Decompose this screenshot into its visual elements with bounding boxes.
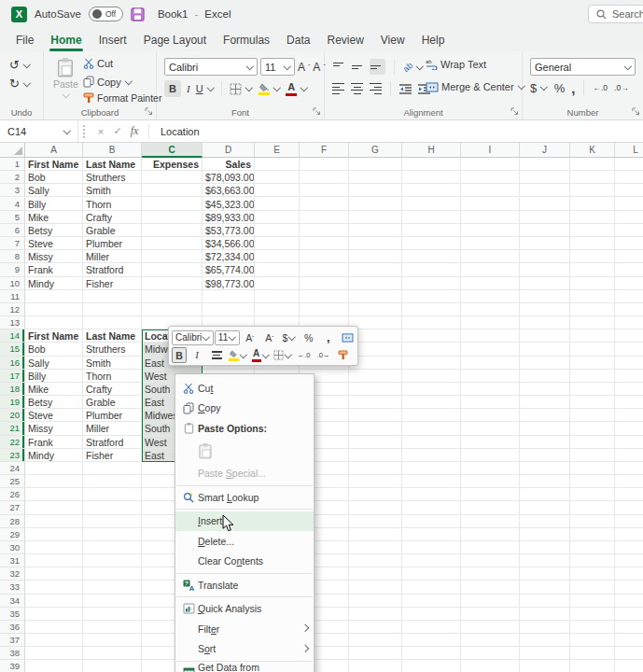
column-header-L[interactable]: L [615,143,643,158]
cell-A31[interactable] [25,554,83,567]
select-all-corner[interactable] [0,143,25,158]
row-header-10[interactable]: 10 [0,277,25,290]
cell-B22[interactable]: Stratford [83,436,142,449]
cell-I27[interactable] [461,501,520,514]
cell-J24[interactable] [520,462,570,475]
cell-A25[interactable] [25,475,83,488]
row-header-33[interactable]: 33 [0,581,25,594]
cell-F12[interactable] [300,303,349,316]
cell-A32[interactable] [25,567,83,581]
cell-L21[interactable] [615,422,643,435]
cell-H15[interactable] [402,343,461,356]
cut-button[interactable]: Cut [83,58,113,69]
menu-item-smart-lookup[interactable]: Smart Lookup [175,487,314,508]
cell-K39[interactable] [570,660,615,672]
cell-G29[interactable] [349,528,402,541]
row-header-5[interactable]: 5 [0,211,25,224]
cell-K20[interactable] [570,409,615,422]
cell-L16[interactable] [615,357,643,370]
cell-L27[interactable] [615,501,643,514]
cell-C4[interactable] [142,198,203,211]
cell-B39[interactable] [83,660,142,672]
cell-L28[interactable] [615,515,643,528]
fill-color-button[interactable] [259,83,281,95]
cell-J15[interactable] [520,343,570,356]
cell-C10[interactable] [142,277,203,290]
cell-A18[interactable]: Mike [25,383,83,396]
cell-L2[interactable] [615,171,643,184]
row-header-35[interactable]: 35 [0,608,25,621]
font-name-combo[interactable]: Calibri [164,58,258,76]
cell-B23[interactable]: Fisher [83,449,142,462]
cell-B19[interactable]: Grable [83,396,142,409]
cell-C5[interactable] [142,211,203,224]
cell-J4[interactable] [520,198,570,211]
row-header-13[interactable]: 13 [0,316,25,329]
cell-H22[interactable] [402,436,461,449]
row-header-36[interactable]: 36 [0,621,25,634]
cell-B7[interactable]: Plumber [83,237,142,250]
accounting-format-button[interactable]: $ [530,82,548,94]
cell-D12[interactable] [203,303,255,316]
row-header-14[interactable]: 14 [0,329,25,343]
cell-I39[interactable] [461,660,520,672]
cell-J7[interactable] [520,237,570,250]
row-header-16[interactable]: 16 [0,357,25,370]
cell-K12[interactable] [570,303,615,316]
row-header-39[interactable]: 39 [0,660,25,672]
cell-G1[interactable] [349,158,402,171]
row-header-22[interactable]: 22 [0,436,25,449]
redo-button[interactable]: ↻ [9,77,30,90]
cell-I36[interactable] [461,621,520,634]
cell-J14[interactable] [520,329,570,343]
cell-I12[interactable] [461,303,520,316]
cell-L17[interactable] [615,370,643,383]
cell-G30[interactable] [349,541,402,554]
cell-K34[interactable] [570,595,615,608]
cell-K38[interactable] [570,647,615,660]
cell-J22[interactable] [520,436,570,449]
cell-I25[interactable] [461,475,520,488]
cell-J8[interactable] [520,250,570,263]
cell-I33[interactable] [461,581,520,594]
cell-B26[interactable] [83,488,142,501]
cell-B31[interactable] [83,554,142,567]
font-color-button[interactable]: A [286,82,308,96]
row-header-31[interactable]: 31 [0,554,25,567]
cell-B25[interactable] [83,475,142,488]
cell-J10[interactable] [520,277,570,290]
cell-K18[interactable] [570,383,615,396]
cell-J5[interactable] [520,211,570,224]
mini-comma-button[interactable]: , [319,329,338,345]
cell-L30[interactable] [615,541,643,554]
wrap-text-button[interactable]: ab Wrap Text [426,59,486,70]
cell-H10[interactable] [402,277,461,290]
name-box[interactable]: C14 [0,120,78,142]
cell-G19[interactable] [349,396,402,409]
cell-J9[interactable] [520,263,570,276]
cell-L24[interactable] [615,462,643,475]
cell-K14[interactable] [570,329,615,343]
column-header-D[interactable]: D [203,143,255,158]
cell-A22[interactable]: Frank [25,436,83,449]
row-header-28[interactable]: 28 [0,515,25,528]
cell-I20[interactable] [461,409,520,422]
font-size-combo[interactable]: 11 [260,58,295,76]
bold-button[interactable]: B [164,80,181,97]
cell-K22[interactable] [570,436,615,449]
cell-A12[interactable] [25,303,83,316]
tab-help[interactable]: Help [413,30,454,50]
cell-I18[interactable] [461,383,520,396]
cell-G17[interactable] [349,370,402,383]
cell-C3[interactable] [142,184,203,197]
italic-button[interactable]: I [187,83,190,94]
menu-item-clear-contents[interactable]: Clear Contents [175,552,314,572]
cell-G12[interactable] [349,303,402,316]
bottom-align-button[interactable] [370,59,385,75]
column-header-E[interactable]: E [255,143,300,158]
cell-A13[interactable] [25,316,83,329]
cell-B20[interactable]: Plumber [83,409,142,422]
cell-L33[interactable] [615,581,643,594]
cell-L29[interactable] [615,528,643,541]
cell-K16[interactable] [570,357,615,370]
